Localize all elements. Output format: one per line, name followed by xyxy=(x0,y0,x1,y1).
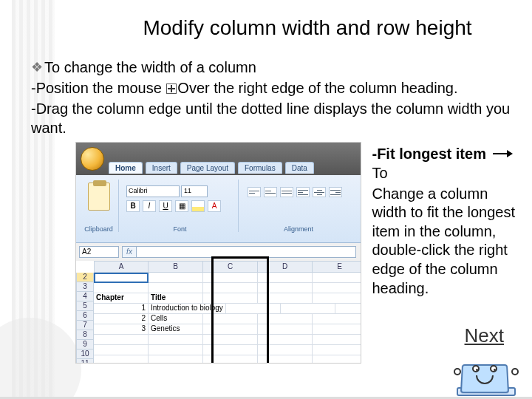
panel-label-font: Font xyxy=(122,225,238,233)
row-headers[interactable]: 2 3 4 5 6 7 8 9 10 11 xyxy=(76,273,94,363)
cursor-plus-icon xyxy=(166,83,177,94)
slide-title: Modify column width and row height xyxy=(90,16,525,40)
ribbon: Clipboard Calibri 11 B I U ▦ A xyxy=(76,175,361,243)
colhdr-d[interactable]: D xyxy=(258,261,313,273)
cell-b7[interactable]: Genetics xyxy=(149,324,203,335)
paste-icon[interactable] xyxy=(88,183,110,211)
italic-button[interactable]: I xyxy=(143,200,156,212)
fit-label: -Fit longest item xyxy=(372,146,490,162)
panel-label-align: Alignment xyxy=(242,225,355,233)
colhdr-a[interactable]: A xyxy=(94,261,149,273)
cell-a7[interactable]: 3 xyxy=(94,324,149,335)
cell-b6[interactable]: Cells xyxy=(149,314,203,324)
bullet-1: ❖To change the width of a column xyxy=(31,58,525,77)
fill-button[interactable] xyxy=(191,200,205,212)
bold-button[interactable]: B xyxy=(126,200,140,212)
cell-b5[interactable]: Introduction to biology xyxy=(149,304,226,314)
bullet-1-text: To change the width of a column xyxy=(44,59,256,75)
cell-a4[interactable]: Chapter xyxy=(94,293,149,304)
font-size-combo[interactable]: 11 xyxy=(181,185,208,197)
tab-insert[interactable]: Insert xyxy=(146,162,177,174)
align-left-button[interactable] xyxy=(296,187,310,197)
rowhdr-11[interactable]: 11 xyxy=(76,359,94,364)
excel-screenshot: Home Insert Page Layout Formulas Data Cl… xyxy=(75,142,361,364)
cell-a5[interactable]: 1 xyxy=(94,304,149,314)
panel-alignment: Alignment xyxy=(242,180,355,232)
rowhdr-6[interactable]: 6 xyxy=(76,311,94,321)
bullet-2: -Position the mouse Over the right edge … xyxy=(31,78,525,98)
tab-data[interactable]: Data xyxy=(285,162,314,174)
name-box[interactable]: A2 xyxy=(79,246,119,258)
column-headers[interactable]: A B C D E xyxy=(94,261,361,273)
bullet-3: -Drag the column edge until the dotted l… xyxy=(31,99,525,137)
font-name-combo[interactable]: Calibri xyxy=(126,185,180,197)
cells[interactable]: ChapterTitle 1Introduction to biology 2C… xyxy=(94,273,361,363)
rowhdr-2[interactable]: 2 xyxy=(76,273,94,282)
underline-button[interactable]: U xyxy=(159,200,172,212)
rowhdr-5[interactable]: 5 xyxy=(76,301,94,311)
fit-to: To xyxy=(372,165,387,181)
border-button[interactable]: ▦ xyxy=(175,200,188,212)
bullet-2b: Over the right edge of the column headin… xyxy=(177,80,457,96)
cell-b4[interactable]: Title xyxy=(149,293,203,304)
tab-home[interactable]: Home xyxy=(109,162,143,174)
align-center-button[interactable] xyxy=(313,187,326,197)
rowhdr-3[interactable]: 3 xyxy=(76,282,94,292)
panel-label-clipboard: Clipboard xyxy=(79,225,118,233)
panel-font: Calibri 11 B I U ▦ A Font xyxy=(122,180,239,232)
fit-desc: Change a column width to fit the longest… xyxy=(372,185,525,299)
worksheet-grid[interactable]: A B C D E 2 3 4 5 6 7 8 9 10 11 xyxy=(76,261,361,363)
colhdr-c[interactable]: C xyxy=(203,261,258,273)
ribbon-tabs: Home Insert Page Layout Formulas Data xyxy=(109,162,314,174)
diamond-bullet-icon: ❖ xyxy=(31,59,43,76)
tab-pagelayout[interactable]: Page Layout xyxy=(180,162,235,174)
tab-formulas[interactable]: Formulas xyxy=(238,162,282,174)
rowhdr-4[interactable]: 4 xyxy=(76,292,94,301)
cell-a6[interactable]: 2 xyxy=(94,314,149,324)
cell-a2[interactable] xyxy=(94,273,149,283)
rowhdr-9[interactable]: 9 xyxy=(76,340,94,349)
panel-clipboard: Clipboard xyxy=(79,180,119,232)
colhdr-b[interactable]: B xyxy=(149,261,203,273)
bullet-2a: -Position the mouse xyxy=(31,80,166,96)
align-top-button[interactable] xyxy=(248,187,261,197)
arrow-right-icon xyxy=(493,153,512,154)
align-bot-button[interactable] xyxy=(280,187,293,197)
rowhdr-8[interactable]: 8 xyxy=(76,330,94,340)
formula-bar[interactable]: fx xyxy=(122,246,356,258)
fontcolor-button[interactable]: A xyxy=(208,200,221,212)
rowhdr-10[interactable]: 10 xyxy=(76,349,94,359)
colhdr-e[interactable]: E xyxy=(313,261,361,273)
fx-icon: fx xyxy=(122,246,137,258)
rowhdr-7[interactable]: 7 xyxy=(76,321,94,330)
align-mid-button[interactable] xyxy=(264,187,277,197)
side-text: -Fit longest item To Change a column wid… xyxy=(372,142,525,298)
align-right-button[interactable] xyxy=(329,187,342,197)
